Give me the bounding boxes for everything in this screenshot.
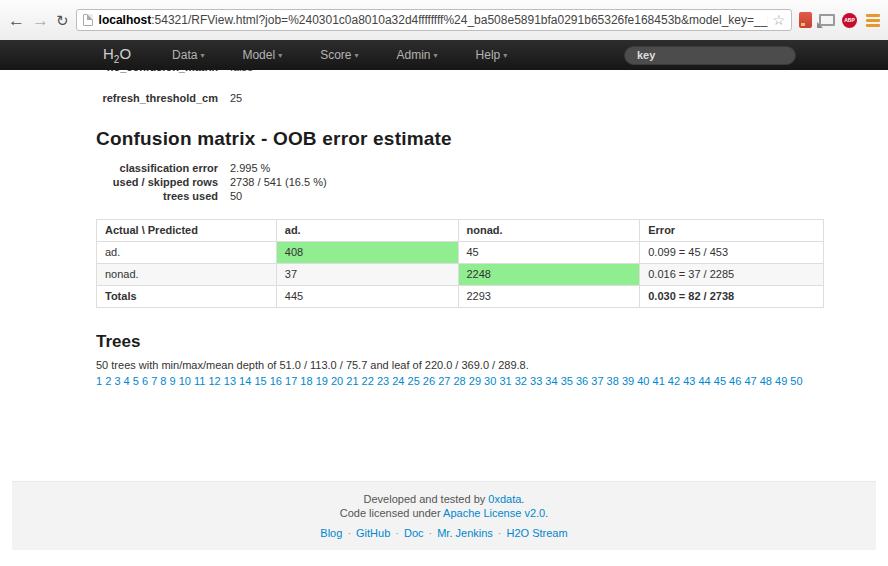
tree-link-44[interactable]: 44	[698, 375, 710, 387]
tree-link-34[interactable]: 34	[545, 375, 557, 387]
h2o-brand[interactable]: H2O	[103, 45, 131, 65]
tree-link-23[interactable]: 23	[377, 375, 389, 387]
footer-separator: ·	[498, 527, 502, 539]
nav-item-data[interactable]: Data▾	[153, 48, 223, 62]
tree-link-18[interactable]: 18	[300, 375, 312, 387]
tree-link-5[interactable]: 5	[133, 375, 139, 387]
footer-link-h2o-stream[interactable]: H2O Stream	[507, 527, 568, 539]
footer-link-blog[interactable]: Blog	[320, 527, 342, 539]
tree-link-50[interactable]: 50	[790, 375, 802, 387]
nav-item-score[interactable]: Score▾	[301, 48, 377, 62]
confusion-matrix-table: Actual \ Predictedad.nonad.Error ad.4084…	[96, 219, 824, 308]
cm-cell: 2248	[458, 264, 640, 286]
stat-value: 50	[230, 189, 242, 203]
tree-link-22[interactable]: 22	[362, 375, 374, 387]
tree-link-8[interactable]: 8	[160, 375, 166, 387]
tree-link-41[interactable]: 41	[653, 375, 665, 387]
cm-cell: ad.	[97, 242, 277, 264]
tree-link-37[interactable]: 37	[591, 375, 603, 387]
tree-link-4[interactable]: 4	[124, 375, 130, 387]
cm-body: ad.408450.099 = 45 / 453nonad.3722480.01…	[97, 242, 824, 308]
footer-link-mr-jenkins[interactable]: Mr. Jenkins	[437, 527, 493, 539]
nav-item-help[interactable]: Help▾	[457, 48, 527, 62]
tree-link-21[interactable]: 21	[346, 375, 358, 387]
url-bar[interactable]: localhost :54321/RFView.html?job=%240301…	[76, 9, 792, 31]
tree-link-6[interactable]: 6	[142, 375, 148, 387]
tree-link-20[interactable]: 20	[331, 375, 343, 387]
key-search-input[interactable]	[624, 46, 796, 65]
tree-link-12[interactable]: 12	[208, 375, 220, 387]
tree-link-49[interactable]: 49	[775, 375, 787, 387]
tree-link-3[interactable]: 3	[114, 375, 120, 387]
tree-link-48[interactable]: 48	[760, 375, 772, 387]
tree-link-2[interactable]: 2	[105, 375, 111, 387]
tree-link-1[interactable]: 1	[96, 375, 102, 387]
tree-link-29[interactable]: 29	[469, 375, 481, 387]
footer-link-0xdata[interactable]: 0xdata	[488, 493, 521, 505]
tree-link-9[interactable]: 9	[170, 375, 176, 387]
adblock-icon[interactable]: ABP	[842, 13, 857, 28]
navbar-menu: Data▾Model▾Score▾Admin▾Help▾	[153, 48, 526, 62]
tree-links: 1 2 3 4 5 6 7 8 9 10 11 12 13 14 15 16 1…	[96, 374, 820, 389]
tree-link-46[interactable]: 46	[729, 375, 741, 387]
cm-cell: 0.030 = 82 / 2738	[640, 286, 824, 308]
nav-item-admin[interactable]: Admin▾	[378, 48, 457, 62]
footer-link-license[interactable]: Apache License v2.0	[443, 507, 545, 519]
param-value: false	[230, 70, 253, 74]
tree-link-40[interactable]: 40	[637, 375, 649, 387]
footer-text: Code licensed under	[340, 507, 443, 519]
tree-link-19[interactable]: 19	[316, 375, 328, 387]
tree-link-31[interactable]: 31	[499, 375, 511, 387]
bookmark-star-icon[interactable]: ☆	[772, 12, 785, 28]
tree-link-15[interactable]: 15	[254, 375, 266, 387]
tree-link-47[interactable]: 47	[744, 375, 756, 387]
footer-line-1: Developed and tested by 0xdata.	[12, 492, 876, 506]
reload-icon[interactable]: ↻	[56, 13, 69, 28]
tree-link-35[interactable]: 35	[561, 375, 573, 387]
cm-header-cell: Error	[640, 220, 824, 242]
stat-label: classification error	[96, 161, 218, 175]
cm-header-row: Actual \ Predictedad.nonad.Error	[97, 220, 824, 242]
tree-link-7[interactable]: 7	[151, 375, 157, 387]
tree-link-25[interactable]: 25	[408, 375, 420, 387]
footer-link-doc[interactable]: Doc	[404, 527, 424, 539]
footer-line-2: Code licensed under Apache License v2.0.	[12, 506, 876, 520]
tree-link-26[interactable]: 26	[423, 375, 435, 387]
tree-link-13[interactable]: 13	[224, 375, 236, 387]
confusion-stats: classification error2.995 %used / skippe…	[96, 161, 824, 203]
tree-link-43[interactable]: 43	[683, 375, 695, 387]
url-host: localhost	[99, 13, 152, 27]
browser-menu-icon[interactable]	[866, 14, 880, 27]
confusion-matrix-heading: Confusion matrix - OOB error estimate	[96, 128, 824, 150]
tree-link-42[interactable]: 42	[668, 375, 680, 387]
back-icon[interactable]: ←	[8, 12, 25, 29]
stat-value: 2.995 %	[230, 161, 270, 175]
cm-cell: 408	[276, 242, 458, 264]
tree-link-27[interactable]: 27	[438, 375, 450, 387]
tree-link-10[interactable]: 10	[179, 375, 191, 387]
tree-link-24[interactable]: 24	[392, 375, 404, 387]
tree-link-39[interactable]: 39	[622, 375, 634, 387]
tree-link-16[interactable]: 16	[270, 375, 282, 387]
stat-label: used / skipped rows	[96, 175, 218, 189]
extension-window-icon[interactable]	[819, 14, 835, 26]
tree-link-28[interactable]: 28	[453, 375, 465, 387]
tree-link-11[interactable]: 11	[194, 375, 205, 387]
tree-link-45[interactable]: 45	[714, 375, 726, 387]
param-label: refresh_threshold_cm	[96, 91, 218, 105]
main-content: no_confusion_matrix false refresh_thresh…	[0, 70, 888, 389]
tree-link-30[interactable]: 30	[484, 375, 496, 387]
tree-link-14[interactable]: 14	[239, 375, 251, 387]
tree-link-17[interactable]: 17	[285, 375, 297, 387]
param-value: 25	[230, 91, 242, 105]
footer-text: .	[545, 507, 548, 519]
forward-icon[interactable]: →	[32, 12, 49, 29]
nav-item-model[interactable]: Model▾	[223, 48, 301, 62]
page-footer: Developed and tested by 0xdata. Code lic…	[12, 481, 876, 550]
tree-link-32[interactable]: 32	[515, 375, 527, 387]
tree-link-33[interactable]: 33	[530, 375, 542, 387]
footer-link-github[interactable]: GitHub	[356, 527, 390, 539]
tree-link-36[interactable]: 36	[576, 375, 588, 387]
extension-book-icon[interactable]	[799, 12, 812, 28]
tree-link-38[interactable]: 38	[607, 375, 619, 387]
